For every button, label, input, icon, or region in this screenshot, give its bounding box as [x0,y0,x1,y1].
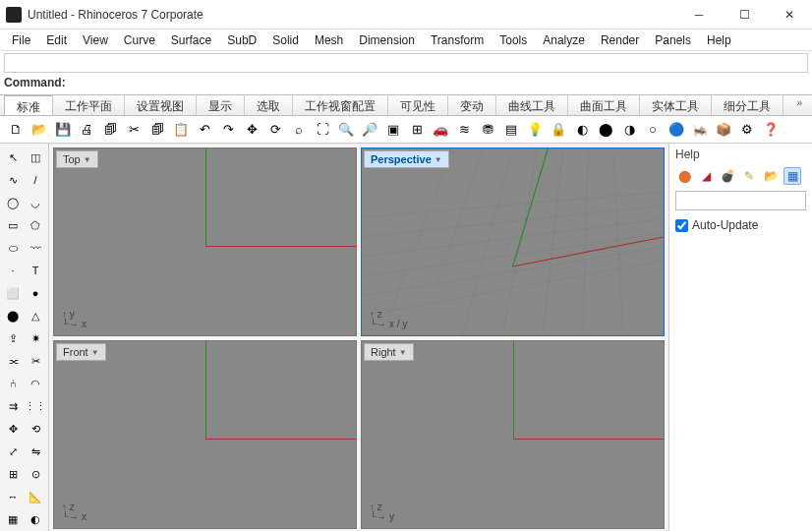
cone-icon[interactable]: △ [26,306,45,325]
rotate-icon[interactable]: ⟳ [265,120,285,140]
plugin-icon[interactable]: 📦 [714,120,733,140]
close-button[interactable]: ✕ [767,0,812,29]
menu-tools[interactable]: Tools [492,31,535,49]
export-icon[interactable]: 🗐 [100,120,120,140]
cylinder-icon[interactable]: ⬤ [3,306,23,325]
array-icon[interactable]: ⋮⋮ [26,396,45,416]
maximize-button[interactable]: ☐ [722,0,767,29]
snap-icon[interactable]: ⊙ [26,464,45,484]
rect-icon[interactable]: ▭ [3,215,23,235]
ellipse-icon[interactable]: ⬭ [3,238,23,258]
point-icon[interactable]: · [3,261,23,280]
grid-icon[interactable]: ⊞ [3,464,23,484]
menu-analyze[interactable]: Analyze [535,31,593,49]
menu-dimension[interactable]: Dimension [351,31,423,49]
save-icon[interactable]: 💾 [53,120,73,140]
tab-9[interactable]: 曲面工具 [568,95,640,115]
menu-view[interactable]: View [75,31,116,49]
paste-icon[interactable]: 📋 [171,120,191,140]
auto-update-checkbox[interactable]: Auto-Update [675,218,806,232]
menu-mesh[interactable]: Mesh [307,31,351,49]
text-icon[interactable]: T [26,261,45,280]
zoom-1to1-icon[interactable]: 🔎 [360,120,379,140]
help-small-icon[interactable]: ▦ [783,167,801,185]
zoom-selected-icon[interactable]: 🔍 [336,120,356,140]
minimize-button[interactable]: ─ [676,0,722,29]
tab-3[interactable]: 显示 [197,95,245,115]
menu-transform[interactable]: Transform [423,31,492,49]
render-small-icon[interactable]: ⬤ [675,167,693,185]
materials-small-icon[interactable]: ◢ [697,167,715,185]
lightbulb-icon[interactable]: 💡 [525,120,545,140]
fillet-icon[interactable]: ◠ [26,374,45,393]
layers-icon[interactable]: ≋ [454,120,474,140]
tab-overflow[interactable]: » [790,95,808,115]
tab-5[interactable]: 工作视窗配置 [293,95,388,115]
sel-layer-icon[interactable]: ▤ [501,120,521,140]
viewport-top[interactable]: Top ▼ ↑ y └→ x [53,148,357,336]
viewport-right[interactable]: Right ▼ ↑ z └→ y [361,340,665,529]
libraries-small-icon[interactable]: 📂 [762,167,780,185]
box-icon[interactable]: ⬜ [3,283,23,303]
arc-icon[interactable]: ◡ [26,193,45,212]
tab-10[interactable]: 实体工具 [640,95,712,115]
viewport-perspective[interactable]: Perspective ▼ ↑ z └→ x / y [361,148,665,336]
car-icon[interactable]: 🚗 [431,120,450,140]
menu-solid[interactable]: Solid [264,31,307,49]
tab-1[interactable]: 工作平面 [53,95,125,115]
undo-icon[interactable]: ↶ [195,120,214,140]
auto-update-input[interactable] [675,219,688,232]
polygon-icon[interactable]: ⬠ [26,215,45,235]
menu-help[interactable]: Help [699,31,739,49]
viewport-perspective-label[interactable]: Perspective ▼ [364,150,449,168]
viewport-right-label[interactable]: Right ▼ [364,343,414,361]
lock-icon[interactable]: 🔒 [549,120,568,140]
polyline-icon[interactable]: ∿ [3,170,23,190]
trim-icon[interactable]: ✂ [26,351,45,371]
menu-curve[interactable]: Curve [116,31,163,49]
viewport-front-label[interactable]: Front ▼ [56,343,106,361]
command-input[interactable] [70,74,808,91]
options-icon[interactable]: ⚙ [737,120,757,140]
menu-surface[interactable]: Surface [163,31,219,49]
viewport-front[interactable]: Front ▼ ↑ z └→ x [53,340,357,529]
four-view-icon[interactable]: ⊞ [407,120,427,140]
split-icon[interactable]: ⑃ [3,374,23,393]
render2-icon[interactable]: ◐ [26,509,45,529]
tab-4[interactable]: 选取 [245,95,293,115]
zoom-window-icon[interactable]: ⌕ [289,120,309,140]
line-icon[interactable]: / [26,170,45,190]
raytrace-icon[interactable]: 🔵 [667,120,686,140]
menu-file[interactable]: File [4,31,38,49]
layers-small-icon[interactable]: ✎ [740,167,758,185]
grasshopper-icon[interactable]: 🦗 [690,120,710,140]
tab-6[interactable]: 可见性 [388,95,448,115]
lasso-icon[interactable]: ◫ [26,148,45,167]
render-icon[interactable]: ◐ [572,120,592,140]
new-icon[interactable]: 🗋 [6,120,26,140]
pan-icon[interactable]: ✥ [242,120,261,140]
zoom-extents-icon[interactable]: ⛶ [313,120,332,140]
menu-panels[interactable]: Panels [647,31,699,49]
menu-subd[interactable]: SubD [219,31,264,49]
mirror-icon[interactable]: ⇋ [26,442,45,461]
explode-icon[interactable]: ✷ [26,328,45,348]
tab-0[interactable]: 标准 [4,95,53,115]
help-search-input[interactable] [675,191,806,210]
analyze-icon[interactable]: 📐 [26,487,45,506]
rotate3d-icon[interactable]: ⟲ [26,419,45,439]
tab-7[interactable]: 变动 [448,95,496,115]
scale-icon[interactable]: ⤢ [3,442,23,461]
tab-2[interactable]: 设置视图 [125,95,197,115]
menu-edit[interactable]: Edit [38,31,75,49]
layer-state-icon[interactable]: ⛃ [478,120,497,140]
help-icon[interactable]: ❓ [761,120,781,140]
circle-icon[interactable]: ◯ [3,193,23,212]
environments-small-icon[interactable]: 💣 [719,167,736,185]
tab-11[interactable]: 细分工具 [712,95,783,115]
copy-icon[interactable]: 🗐 [147,120,167,140]
extrude-icon[interactable]: ⇪ [3,328,23,348]
dim-icon[interactable]: ↔ [3,487,23,506]
redo-icon[interactable]: ↷ [218,120,238,140]
materials-icon[interactable]: ⬤ [596,120,615,140]
